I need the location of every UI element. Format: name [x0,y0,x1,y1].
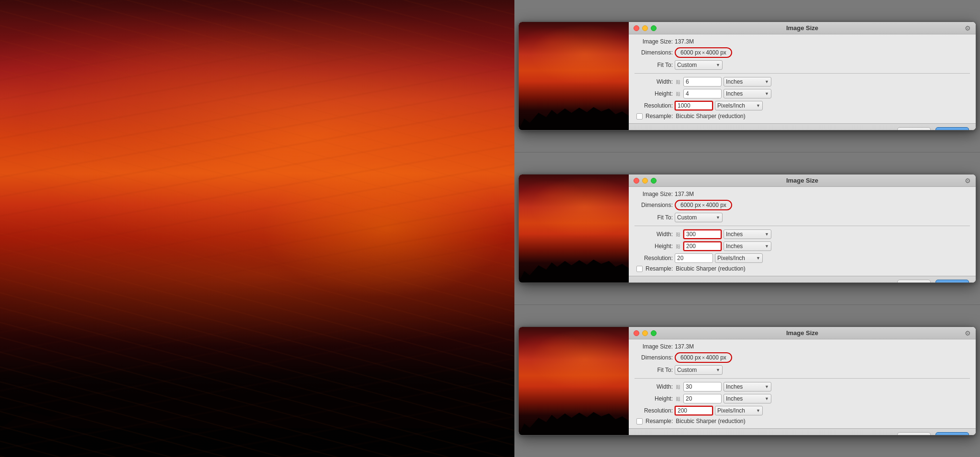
resolution-unit-1[interactable]: Pixels/Inch ▼ [715,101,763,110]
resolution-row-3: Resolution: Pixels/Inch ▼ [635,406,970,415]
ok-button-1[interactable]: OK [935,127,969,131]
minimize-button-3[interactable] [642,330,648,336]
height-unit-3[interactable]: Inches ▼ [724,394,771,403]
dialog-titlebar-2: Image Size ⚙ [629,174,976,187]
resolution-label-1: Resolution: [635,102,673,109]
image-size-row-1: Image Size: 137.3M [635,38,970,45]
height-input-2[interactable] [683,241,722,251]
dimensions-value-3b: 4000 px [706,354,726,361]
cancel-button-2[interactable]: Cancel [897,280,931,283]
height-label-3: Height: [635,395,673,402]
resample-method-3: Bicubic Sharper (reduction) [676,418,745,424]
resample-checkbox-3[interactable] [636,418,643,424]
chain-icon-w3: ⛓ [675,382,681,392]
dialog-body-2: Image Size: 137.3M Dimensions: 6000 px ×… [629,187,976,276]
dialog-box-3: Image Size ⚙ Image Size: 137.3M Dimensio… [518,326,976,435]
chain-icon-h2: ⛓ [675,241,681,251]
resample-checkbox-1[interactable] [636,113,643,120]
width-unit-1[interactable]: Inches ▼ [724,77,771,87]
fitto-row-2: Fit To: Custom ▼ [635,213,970,222]
close-button-2[interactable] [634,178,639,184]
dialog-title-1: Image Size [786,24,818,32]
dialog-box-1: Image Size ⚙ Image Size: 137.3M Dimensio… [518,22,976,131]
image-size-label-3: Image Size: [635,343,673,350]
height-unit-2[interactable]: Inches ▼ [724,241,771,251]
dialog-section-1: Image Size ⚙ Image Size: 137.3M Dimensio… [514,0,980,152]
fitto-select-3[interactable]: Custom ▼ [675,365,723,375]
tree-silhouette [0,371,514,457]
image-size-row-3: Image Size: 137.3M [635,343,970,350]
gear-icon-1[interactable]: ⚙ [965,24,971,32]
resolution-unit-2[interactable]: Pixels/Inch ▼ [715,253,763,263]
width-unit-3[interactable]: Inches ▼ [724,382,771,392]
dimensions-label-2: Dimensions: [635,202,673,208]
resolution-unit-value-1: Pixels/Inch [717,102,745,109]
resample-row-2: Resample: Bicubic Sharper (reduction) [635,265,970,272]
cancel-button-3[interactable]: Cancel [897,432,931,436]
minimize-button-1[interactable] [642,25,648,31]
image-size-label-1: Image Size: [635,38,673,45]
maximize-button-3[interactable] [651,330,657,336]
width-row-1: Width: ⛓ Inches ▼ [635,77,970,87]
chain-icon-w2: ⛓ [675,229,681,239]
traffic-lights-3 [634,330,657,336]
dialog-titlebar-3: Image Size ⚙ [629,327,976,339]
fitto-row-1: Fit To: Custom ▼ [635,60,970,70]
width-input-1[interactable] [683,77,722,87]
width-row-3: Width: ⛓ Inches ▼ [635,382,970,392]
dialog-body-3: Image Size: 137.3M Dimensions: 6000 px ×… [629,339,976,428]
resolution-unit-3[interactable]: Pixels/Inch ▼ [715,406,763,415]
resample-label-2: Resample: [646,265,673,272]
resample-method-1: Bicubic Sharper (reduction) [676,113,745,120]
fitto-value-1: Custom [677,62,697,68]
resolution-input-2[interactable] [675,253,713,263]
fitto-select-2[interactable]: Custom ▼ [675,213,723,222]
cancel-button-1[interactable]: Cancel [897,127,931,131]
height-unit-value-1: Inches [726,90,743,97]
dimensions-value-2a: 6000 px [680,202,701,208]
resolution-row-1: Resolution: Pixels/Inch ▼ [635,101,970,110]
gear-icon-2[interactable]: ⚙ [965,177,971,185]
height-label-1: Height: [635,90,673,97]
dimensions-value2-1: 4000 px [706,49,726,56]
dialog-form-1: Image Size ⚙ Image Size: 137.3M Dimensio… [629,22,976,130]
dialog-section-2: Image Size ⚙ Image Size: 137.3M Dimensio… [514,152,980,305]
dimensions-label-1: Dimensions: [635,49,673,56]
dimensions-row-2: Dimensions: 6000 px × 4000 px [635,200,970,210]
maximize-button-1[interactable] [651,25,657,31]
width-label-1: Width: [635,78,673,85]
fitto-select-1[interactable]: Custom ▼ [675,60,723,70]
fitto-value-3: Custom [677,367,697,373]
dialog-footer-2: Cancel OK [629,276,976,283]
close-button-3[interactable] [634,330,639,336]
height-input-1[interactable] [683,89,722,98]
resample-label-1: Resample: [646,113,673,120]
width-unit-2[interactable]: Inches ▼ [724,229,771,239]
resample-checkbox-2[interactable] [636,266,643,272]
width-input-2[interactable] [683,229,722,239]
resolution-input-1[interactable] [675,101,713,110]
height-unit-1[interactable]: Inches ▼ [724,89,771,98]
fitto-arrow-2: ▼ [716,215,720,220]
chain-icon-w1: ⛓ [675,77,681,87]
dialog-form-2: Image Size ⚙ Image Size: 137.3M Dimensio… [629,174,976,283]
resample-method-2: Bicubic Sharper (reduction) [676,265,745,272]
dialog-thumb-2 [519,174,629,283]
gear-icon-3[interactable]: ⚙ [965,329,971,337]
dialog-title-2: Image Size [786,177,818,184]
dimensions-highlight-3: 6000 px × 4000 px [675,352,732,363]
height-input-3[interactable] [683,394,722,403]
resolution-label-3: Resolution: [635,407,673,414]
close-button-1[interactable] [634,25,639,31]
minimize-button-2[interactable] [642,178,648,184]
ok-button-2[interactable]: OK [935,280,969,283]
width-input-3[interactable] [683,382,722,392]
resample-row-1: Resample: Bicubic Sharper (reduction) [635,113,970,120]
maximize-button-2[interactable] [651,178,657,184]
resolution-input-3[interactable] [675,406,713,415]
traffic-lights-1 [634,25,657,31]
fitto-label-2: Fit To: [635,214,673,221]
dialog-title-3: Image Size [786,329,818,337]
ok-button-3[interactable]: OK [935,432,969,436]
height-row-1: Height: ⛓ Inches ▼ [635,89,970,98]
